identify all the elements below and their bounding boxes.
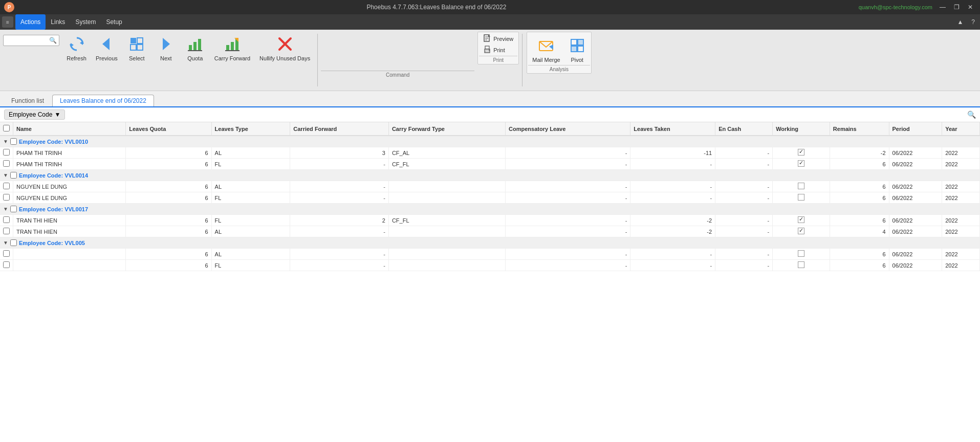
pivot-icon: [569, 35, 585, 56]
cell-encash: -: [715, 147, 773, 159]
toolbar: 🔍 Refresh Previous Select Next: [0, 30, 980, 91]
cell-year: 2022: [942, 260, 980, 271]
tab-function-list[interactable]: Function list: [4, 95, 51, 106]
row-checkbox[interactable]: [3, 261, 10, 268]
refresh-button[interactable]: Refresh: [62, 32, 91, 63]
select-icon: [128, 34, 145, 54]
svg-marker-0: [80, 41, 83, 45]
app-menu-logo[interactable]: ≡: [2, 16, 13, 28]
menu-item-actions[interactable]: Actions: [15, 14, 46, 30]
filter-search-icon[interactable]: 🔍: [967, 110, 976, 119]
cell-name: NGUYEN LE DUNG: [13, 181, 126, 192]
svg-rect-32: [571, 46, 577, 52]
col-check: [0, 122, 13, 136]
collapse-icon-VVL0017[interactable]: ▼: [3, 206, 8, 212]
cell-remains: -2: [830, 147, 889, 159]
collapse-icon-VVL005[interactable]: ▼: [3, 240, 8, 246]
row-checkbox[interactable]: [3, 149, 10, 156]
carry-forward-button[interactable]: Carry Forward: [210, 32, 254, 63]
cell-type: FL: [211, 192, 290, 204]
employee-code-filter[interactable]: Employee Code ▼: [4, 109, 65, 120]
cell-period: 06/2022: [889, 159, 942, 170]
cell-working: [773, 226, 830, 237]
next-button[interactable]: Next: [152, 32, 180, 63]
nullify-label: Nullify Unused Days: [259, 55, 310, 61]
restore-button[interactable]: ❐: [951, 3, 963, 12]
svg-rect-6: [137, 45, 143, 50]
refresh-label: Refresh: [67, 55, 86, 61]
working-checkbox: [798, 160, 804, 167]
svg-rect-4: [137, 38, 143, 43]
toolbar-search-box[interactable]: 🔍: [3, 35, 59, 46]
help-button[interactable]: ?: [968, 17, 978, 27]
select-all-checkbox[interactable]: [3, 125, 10, 131]
cell-encash: -: [715, 159, 773, 170]
svg-rect-30: [571, 39, 577, 45]
analysis-group-label: Analysis: [528, 65, 590, 72]
select-label: Select: [129, 55, 145, 61]
group-checkbox-VVL005[interactable]: [10, 239, 17, 246]
mail-merge-button[interactable]: Mail Merge: [528, 33, 564, 65]
next-label: Next: [160, 55, 172, 61]
collapse-icon-VVL0010[interactable]: ▼: [3, 139, 8, 144]
row-checkbox[interactable]: [3, 250, 10, 257]
group-checkbox-VVL0014[interactable]: [10, 172, 17, 179]
collapse-icon-VVL0014[interactable]: ▼: [3, 172, 8, 178]
cell-type: AL: [211, 226, 290, 237]
group-checkbox-VVL0010[interactable]: [10, 138, 17, 145]
preview-button[interactable]: Preview: [479, 33, 517, 45]
row-checkbox[interactable]: [3, 216, 10, 223]
cell-quota: 6: [126, 192, 211, 204]
cell-quota: 6: [126, 147, 211, 159]
refresh-icon: [69, 34, 85, 54]
group-label-VVL0014: Employee Code: VVL0014: [19, 172, 88, 179]
cell-name: TRAN THI HIEN: [13, 215, 126, 226]
tab-leaves-balance[interactable]: Leaves Balance end of 06/2022: [52, 95, 154, 106]
row-checkbox[interactable]: [3, 183, 10, 189]
table-header-row: Name Leaves Quota Leaves Type Carried Fo…: [0, 122, 980, 136]
cell-remains: 6: [830, 181, 889, 192]
toolbar-search-input[interactable]: [6, 37, 49, 43]
minimize-button[interactable]: —: [937, 3, 949, 12]
previous-button[interactable]: Previous: [92, 32, 122, 63]
cell-period: 06/2022: [889, 249, 942, 260]
svg-rect-10: [198, 39, 201, 50]
cell-working: [773, 215, 830, 226]
pivot-button[interactable]: Pivot: [564, 33, 590, 65]
leaves-table: Name Leaves Quota Leaves Type Carried Fo…: [0, 122, 980, 271]
svg-rect-3: [130, 38, 136, 43]
analysis-group: Mail Merge Pivot Analysis: [527, 32, 591, 74]
filter-bar: Employee Code ▼ 🔍: [0, 107, 980, 122]
cell-name: PHAM THI TRINH: [13, 147, 126, 159]
window-controls: — ❐ ✕: [937, 3, 976, 12]
cell-year: 2022: [942, 215, 980, 226]
menu-item-links[interactable]: Links: [46, 14, 70, 30]
cell-carried: -: [290, 226, 389, 237]
cell-year: 2022: [942, 226, 980, 237]
select-button[interactable]: Select: [123, 32, 151, 63]
quota-button[interactable]: Quota: [181, 32, 209, 63]
collapse-button[interactable]: ▲: [954, 17, 966, 27]
mail-merge-icon: [538, 35, 554, 56]
svg-rect-25: [485, 46, 489, 49]
svg-rect-8: [189, 45, 192, 50]
cell-year: 2022: [942, 192, 980, 204]
row-checkbox[interactable]: [3, 228, 10, 234]
table-row: 6 AL - - - - 6 06/2022 2022: [0, 249, 980, 260]
row-checkbox[interactable]: [3, 194, 10, 201]
cell-year: 2022: [942, 181, 980, 192]
print-button[interactable]: Print: [479, 45, 517, 56]
cell-cf-type: [388, 249, 505, 260]
row-checkbox[interactable]: [3, 160, 10, 167]
nullify-button[interactable]: Nullify Unused Days: [255, 32, 314, 63]
menu-item-setup[interactable]: Setup: [101, 14, 127, 30]
cell-working: [773, 260, 830, 271]
employee-code-label: Employee Code: [9, 111, 52, 118]
menu-item-system[interactable]: System: [70, 14, 101, 30]
cell-type: AL: [211, 249, 290, 260]
table-row: NGUYEN LE DUNG 6 FL - - - - 6 06/2022 20…: [0, 192, 980, 204]
group-checkbox-VVL0017[interactable]: [10, 206, 17, 212]
cell-comp: -: [506, 249, 630, 260]
svg-marker-29: [549, 45, 553, 50]
close-button[interactable]: ✕: [965, 3, 976, 12]
